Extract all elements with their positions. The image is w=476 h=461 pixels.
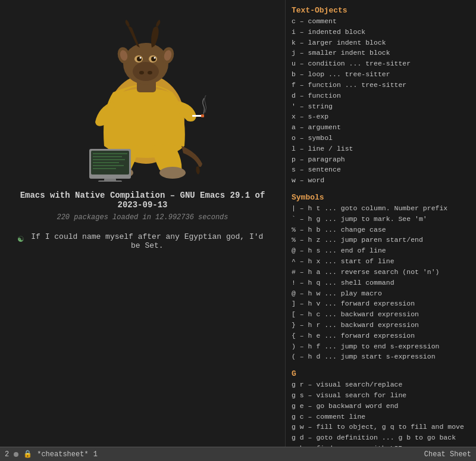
item-line: | – h t ... goto column. Number prefix: [292, 203, 471, 214]
section-title-g: G: [292, 369, 471, 378]
item-line: g e – go backward word end: [292, 401, 471, 412]
status-filenumber: 1: [93, 450, 98, 459]
svg-point-6: [139, 71, 144, 74]
item-line: % – h z ... jump paren start/end: [292, 235, 471, 245]
item-line: k – larger indent block: [292, 38, 471, 48]
fortune-icon: ☯: [18, 233, 24, 245]
item-line: i – indented block: [292, 27, 471, 38]
gnu-image: [42, 12, 244, 185]
left-panel: Emacs with Native Compilation – GNU Emac…: [0, 0, 286, 461]
status-filename: *cheatsheet*: [37, 450, 88, 459]
fortune-container: ☯ If I could name myself after any Egypt…: [0, 232, 285, 250]
item-line: c – comment: [292, 16, 471, 27]
item-line: { – h e ... forward expression: [292, 331, 471, 341]
status-number: 2: [5, 450, 9, 459]
packages-subtitle: 220 packages loaded in 12.992736 seconds: [57, 213, 228, 222]
item-line: u – condition ... tree-sitter: [292, 58, 471, 69]
right-panel: Text-Objectsc – commenti – indented bloc…: [286, 0, 476, 461]
svg-rect-29: [98, 180, 122, 182]
svg-point-12: [139, 57, 141, 59]
item-line: p – paragraph: [292, 154, 471, 165]
item-line: g r – visual search/replace: [292, 379, 471, 390]
status-right-label: Cheat Sheet: [424, 450, 471, 459]
item-line: } – h r ... backward expression: [292, 320, 471, 331]
item-line: ` – h g ... jump to mark. See 'm': [292, 214, 471, 225]
item-line: ' – string: [292, 101, 471, 112]
item-line: @ – h s ... end of line: [292, 245, 471, 256]
svg-rect-19: [201, 114, 204, 117]
item-line: ( – h d ... jump start s-expression: [292, 351, 471, 362]
item-line: d – function: [292, 91, 471, 101]
svg-point-7: [148, 71, 152, 74]
item-line: [ – h c ... backward expression: [292, 309, 471, 320]
status-dot: [14, 452, 18, 457]
item-line: g c – comment line: [292, 412, 471, 422]
emacs-title: Emacs with Native Compilation – GNU Emac…: [0, 191, 285, 210]
section-title-symbols: Symbols: [292, 193, 471, 202]
item-line: a – argument: [292, 122, 471, 133]
item-line: # – h a ... reverse search (not 'n'): [292, 267, 471, 278]
status-bar: 2 🔒 *cheatsheet* 1 Cheat Sheet: [0, 447, 476, 461]
section-title-text-objects: Text-Objects: [292, 6, 471, 15]
item-line: @ – h w ... play macro: [292, 288, 471, 299]
item-line: ^ – h x ... start of line: [292, 256, 471, 267]
item-line: j – smaller indent block: [292, 48, 471, 58]
item-line: b – loop ... tree-sitter: [292, 69, 471, 80]
item-line: l – line / list: [292, 144, 471, 154]
item-line: g s – visual search for line: [292, 390, 471, 401]
item-line: o – symbol: [292, 133, 471, 144]
svg-point-2: [159, 167, 186, 179]
item-line: s – sentence: [292, 164, 471, 175]
item-line: g w – fill to object, g q to fill and mo…: [292, 422, 471, 432]
item-line: % – h b ... change case: [292, 225, 471, 235]
item-line: ] – h v ... forward expression: [292, 298, 471, 309]
status-lock: 🔒: [23, 450, 32, 459]
item-line: ) – h f ... jump to end s-expression: [292, 341, 471, 352]
item-line: f – function ... tree-sitter: [292, 80, 471, 91]
item-line: x – s-exp: [292, 111, 471, 122]
item-line: g d – goto definition ... g b to go back: [292, 432, 471, 443]
fortune-message: If I could name myself after any Egyptia…: [27, 232, 267, 250]
svg-point-5: [133, 62, 159, 81]
item-line: ! – h q ... shell command: [292, 278, 471, 288]
svg-point-13: [154, 57, 155, 59]
item-line: w – word: [292, 175, 471, 186]
